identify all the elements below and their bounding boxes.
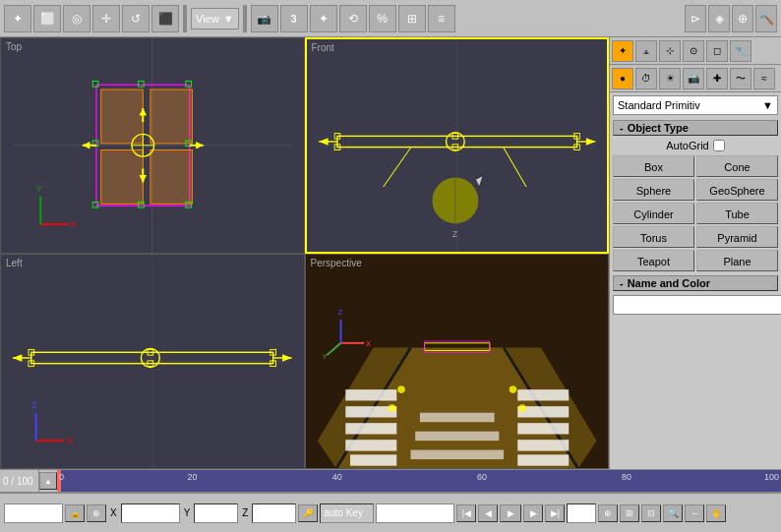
z-field[interactable]: -915. [252, 503, 296, 523]
y-field[interactable]: 0.0 [194, 503, 238, 523]
toolbar-separator-2 [243, 5, 247, 32]
viewport-perspective-svg: X Z Y [306, 255, 609, 469]
key-icon-btn[interactable]: 🔑 [298, 504, 318, 522]
viewport-nav-2[interactable]: ⊞ [620, 504, 639, 522]
viewport-nav-6[interactable]: ✋ [706, 504, 726, 522]
next-frame-btn[interactable]: ▶ [523, 504, 543, 522]
svg-text:X: X [71, 218, 78, 229]
rp-icon-systems[interactable]: ≈ [753, 68, 775, 89]
btn-cone[interactable]: Cone [696, 155, 778, 177]
svg-rect-89 [415, 431, 499, 440]
toolbar-btn-render1[interactable]: ⊳ [685, 5, 706, 32]
toolbar-btn-camera[interactable]: 📷 [251, 5, 278, 32]
svg-rect-5 [101, 149, 144, 204]
svg-marker-23 [83, 142, 90, 149]
svg-point-93 [509, 385, 516, 393]
primitives-dropdown[interactable]: Standard Primitiv ▼ [613, 95, 778, 115]
btn-cylinder[interactable]: Cylinder [613, 203, 694, 224]
svg-point-91 [397, 385, 405, 393]
rp-icon-helpers[interactable]: ✚ [706, 68, 728, 89]
right-panel: ✦ ⟁ ⊹ ⊙ ◻ 🔧 ● ⏱ ☀ 📷 ✚ 〜 ≈ Standard Primi… [609, 37, 781, 469]
viewport-left[interactable]: Left [0, 254, 305, 470]
svg-rect-8 [186, 82, 192, 88]
toolbar-btn-select[interactable]: ✦ [4, 5, 31, 32]
timeline-expand-btn[interactable]: ▲ [39, 472, 57, 490]
rp-icons-top: ✦ ⟁ ⊹ ⊙ ◻ 🔧 [610, 37, 781, 65]
view-dropdown[interactable]: View ▼ [191, 8, 239, 30]
toolbar-btn-render2[interactable]: ◈ [708, 5, 730, 32]
rp-icon-cameras[interactable]: 📷 [683, 68, 704, 89]
btn-box[interactable]: Box [613, 155, 694, 177]
viewport-nav-5[interactable]: ↔ [685, 504, 704, 522]
prev-frame-btn[interactable]: ◀ [478, 504, 498, 522]
rp-icon-hierarchy[interactable]: ⊹ [659, 40, 681, 62]
svg-rect-78 [345, 389, 396, 400]
current-frame-field[interactable]: 0 [567, 503, 596, 523]
viewport-perspective[interactable]: Perspective [305, 254, 610, 470]
rp-icon-shapes[interactable]: ⏱ [635, 68, 657, 89]
btn-plane[interactable]: Plane [696, 250, 778, 271]
viewport-nav-3[interactable]: ⊟ [641, 504, 661, 522]
toolbar-btn-circle[interactable]: ◎ [63, 5, 90, 32]
toolbar-btn-rotate[interactable]: ↺ [122, 5, 150, 32]
timeline-slider[interactable]: 0 20 40 60 80 100 [57, 470, 781, 492]
viewport-nav-1[interactable]: ⊕ [598, 504, 618, 522]
goto-end-btn[interactable]: ▶| [545, 504, 565, 522]
name-color-header: - Name and Color [613, 275, 778, 291]
svg-text:Z: Z [31, 399, 37, 410]
object-type-toggle[interactable]: - [620, 122, 624, 134]
svg-rect-6 [150, 149, 193, 204]
viewport-front-svg: Z [307, 39, 608, 252]
autogrid-checkbox[interactable] [713, 140, 725, 151]
svg-text:X: X [67, 434, 74, 444]
btn-teapot[interactable]: Teapot [613, 250, 694, 271]
toolbar-btn-align[interactable]: ⊞ [398, 5, 426, 32]
viewport-perspective-label: Perspective [311, 258, 362, 268]
btn-pyramid[interactable]: Pyramid [696, 226, 778, 248]
toolbar-btn-layers[interactable]: ≡ [428, 5, 455, 32]
coord-type-btn[interactable]: ⊕ [87, 504, 106, 522]
toolbar-btn-percent[interactable]: % [369, 5, 396, 32]
btn-tube[interactable]: Tube [696, 203, 778, 224]
btn-geosphere[interactable]: GeoSphere [696, 179, 778, 201]
toolbar-btn-render3[interactable]: ⊕ [732, 5, 753, 32]
toolbar-btn-angle[interactable]: ⟲ [339, 5, 367, 32]
object-name-input[interactable] [613, 295, 781, 315]
object-type-header: - Object Type [613, 120, 778, 136]
viewport-front[interactable]: Front [305, 37, 610, 254]
viewport-left-svg: X Z [1, 255, 304, 469]
x-field[interactable]: -1459.8 [121, 503, 180, 523]
btn-torus[interactable]: Torus [613, 226, 694, 248]
name-color-row [613, 295, 778, 315]
toolbar-btn-scale[interactable]: ⬛ [151, 5, 179, 32]
svg-rect-88 [419, 412, 494, 421]
rp-icon-utilities[interactable]: 🔧 [730, 40, 751, 62]
selected-dropdown[interactable]: Selected ▼ [376, 503, 454, 523]
viewport-nav-4[interactable]: 🔍 [663, 504, 683, 522]
toolbar-btn-region[interactable]: ⬜ [33, 5, 61, 32]
play-btn[interactable]: ▶ [500, 504, 521, 522]
rp-icon-lights[interactable]: ☀ [659, 68, 681, 89]
lock-btn[interactable]: 🔒 [65, 504, 85, 522]
rp-icon-motion[interactable]: ⊙ [683, 40, 704, 62]
toolbar-btn-3[interactable]: 3 [280, 5, 308, 32]
filter-dropdown[interactable]: None ▼ [4, 503, 63, 523]
toolbar-btn-snap[interactable]: ✦ [310, 5, 337, 32]
svg-rect-80 [345, 423, 396, 434]
rp-icon-modify[interactable]: ⟁ [635, 40, 657, 62]
top-toolbar: ✦ ⬜ ◎ ✛ ↺ ⬛ View ▼ 📷 3 ✦ ⟲ % ⊞ ≡ ⊳ ◈ ⊕ 🔨 [0, 0, 781, 37]
rp-icon-display[interactable]: ◻ [706, 40, 728, 62]
name-color-toggle[interactable]: - [620, 277, 624, 289]
tick-40: 40 [332, 472, 342, 482]
viewport-top[interactable]: Top [0, 37, 305, 254]
btn-sphere[interactable]: Sphere [613, 179, 694, 201]
toolbar-btn-move[interactable]: ✛ [92, 5, 120, 32]
svg-rect-4 [150, 89, 193, 144]
rp-icon-spacewarps[interactable]: 〜 [730, 68, 751, 89]
toolbar-btn-hammer[interactable]: 🔨 [755, 5, 777, 32]
goto-start-btn[interactable]: |◀ [456, 504, 476, 522]
rp-icon-create[interactable]: ✦ [612, 40, 633, 62]
x-label: X [108, 507, 119, 518]
rp-icon-geometry[interactable]: ● [612, 68, 633, 89]
svg-rect-90 [410, 449, 504, 458]
